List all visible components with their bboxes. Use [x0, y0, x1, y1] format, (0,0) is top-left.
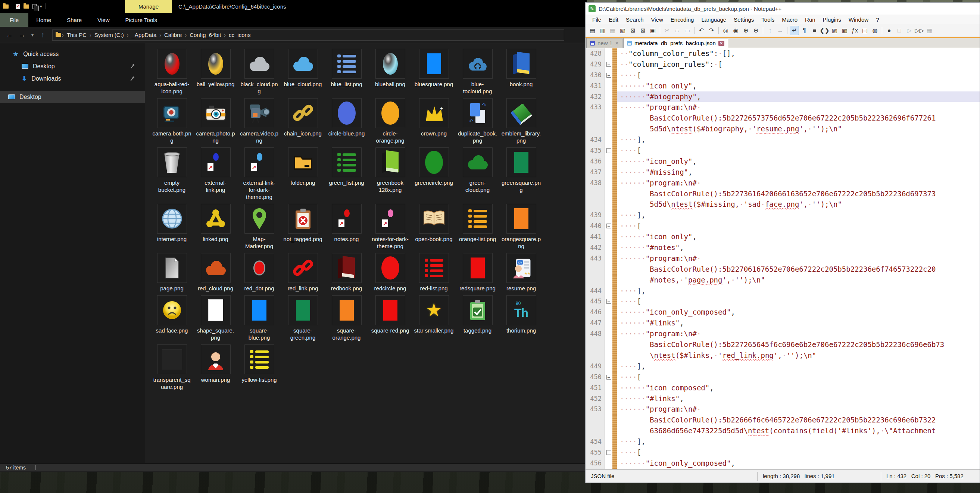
- code-text[interactable]: ······"icon_only",: [617, 231, 980, 242]
- save-icon[interactable]: ▦: [608, 26, 617, 35]
- file-tile[interactable]: blue-tocloud.png: [456, 49, 500, 95]
- save-all-icon[interactable]: ▧: [618, 26, 627, 35]
- ribbon-tab-view[interactable]: View: [89, 13, 117, 27]
- fold-marker-icon[interactable]: –: [605, 221, 612, 231]
- file-tile[interactable]: red_cloud.png: [194, 253, 237, 292]
- file-tile[interactable]: camera.video.png: [237, 99, 281, 144]
- print-icon[interactable]: ▣: [648, 26, 657, 35]
- code-text[interactable]: ····[: [617, 70, 980, 81]
- code-text[interactable]: 5d5d\ntest($#missing,·'sad·face.png',·''…: [617, 199, 980, 210]
- file-tile[interactable]: red-list.png: [412, 253, 456, 292]
- document-tab[interactable]: metadata_db_prefs_backup.json✕: [623, 38, 728, 48]
- file-tile[interactable]: redbook.png: [325, 253, 368, 292]
- file-tile[interactable]: sad face.png: [150, 296, 194, 341]
- menu-encoding[interactable]: Encoding: [667, 16, 698, 23]
- code-text[interactable]: ··"column_icon_rules":·[: [617, 59, 980, 70]
- macro-stop-icon[interactable]: □: [894, 26, 904, 35]
- file-tile[interactable]: internet.png: [150, 204, 194, 250]
- code-text[interactable]: ······"icon_only",: [617, 81, 980, 91]
- file-tile[interactable]: square-red.png: [368, 296, 412, 341]
- file-tile[interactable]: yellow-list.png: [237, 345, 281, 390]
- file-tile[interactable]: empty bucket.png: [150, 148, 194, 200]
- macro-save-icon[interactable]: ▦: [925, 26, 934, 35]
- breadcrumb-item[interactable]: _AppData: [129, 32, 160, 38]
- file-tile[interactable]: page.png: [150, 253, 194, 292]
- menu-language[interactable]: Language: [697, 16, 730, 23]
- code-text[interactable]: ····[: [617, 372, 980, 383]
- breadcrumb-item[interactable]: cc_icons: [226, 32, 253, 38]
- code-text[interactable]: BasicColorRule():5b227265645f6c696e6b2e7…: [617, 339, 980, 350]
- file-tile[interactable]: CV★★resume.png: [500, 253, 543, 292]
- file-tile[interactable]: ↗external-link.png: [194, 148, 237, 200]
- macro-run-multiple-icon[interactable]: ▷▷: [915, 26, 924, 35]
- code-text[interactable]: BasicColorRule():5b22706167652e706e67222…: [617, 264, 980, 275]
- document-map-icon[interactable]: ▨: [830, 26, 839, 35]
- menu-plugins[interactable]: Plugins: [819, 16, 845, 23]
- code-text[interactable]: BasicColorRule():5b22726573756d652e706e6…: [617, 113, 980, 124]
- code-text[interactable]: BasicColorRule():5b22666f6c6465722e706e6…: [617, 415, 980, 425]
- file-tile[interactable]: folder.png: [281, 148, 325, 200]
- copy-path-icon[interactable]: [32, 4, 37, 9]
- sidebar-item-desktop-tree[interactable]: Desktop: [0, 91, 145, 103]
- document-tab[interactable]: new 1✕: [586, 38, 622, 48]
- file-tile[interactable]: linked.png: [194, 204, 237, 250]
- close-tab-icon[interactable]: ✕: [718, 41, 724, 46]
- file-tile[interactable]: aqua-ball-red-icon.png: [150, 49, 194, 95]
- code-text[interactable]: 5d5d\ntest($#biography,·'resume.png',·''…: [617, 124, 980, 134]
- file-tile[interactable]: bluesquare.png: [412, 49, 456, 95]
- file-tile[interactable]: greensquare.png: [500, 148, 543, 200]
- menu-window[interactable]: Window: [845, 16, 872, 23]
- up-button[interactable]: ↑: [37, 31, 49, 39]
- menu-edit[interactable]: Edit: [605, 16, 622, 23]
- fold-marker-icon[interactable]: –: [605, 372, 612, 383]
- breadcrumb[interactable]: ›This PC›System (C:)›_AppData›Calibre›Co…: [52, 30, 564, 41]
- file-tile[interactable]: circle-orange.png: [368, 99, 412, 144]
- file-tile[interactable]: square-blue.png: [237, 296, 281, 341]
- file-tile[interactable]: camera.photo.png: [194, 99, 237, 144]
- recent-locations-icon[interactable]: ▾: [29, 32, 36, 38]
- sync-vertical-scroll-icon[interactable]: ↕: [765, 26, 775, 35]
- code-text[interactable]: ····[: [617, 221, 980, 231]
- document-switcher-icon[interactable]: ▩: [840, 26, 850, 35]
- file-tile[interactable]: 90Ththorium.png: [500, 296, 543, 341]
- breadcrumb-item[interactable]: This PC: [64, 32, 89, 38]
- file-tile[interactable]: ↷↶duplicate_book.png: [456, 99, 500, 144]
- fold-marker-icon[interactable]: –: [605, 145, 612, 156]
- file-tile[interactable]: red_link.png: [281, 253, 325, 292]
- paste-icon[interactable]: ▭: [682, 26, 692, 35]
- code-text[interactable]: ······"icon_only_composed",: [617, 458, 980, 469]
- file-tile[interactable]: red_dot.png: [237, 253, 281, 292]
- code-text[interactable]: BasicColorRule():5b2273616420666163652e7…: [617, 188, 980, 199]
- function-list-icon[interactable]: ƒx: [850, 26, 859, 35]
- file-tile[interactable]: open-book.png: [412, 204, 456, 250]
- file-tile[interactable]: redsquare.png: [456, 253, 500, 292]
- code-text[interactable]: ······"#biography",: [617, 91, 980, 102]
- code-text[interactable]: ······"program:\n#·: [617, 253, 980, 264]
- indent-guide-icon[interactable]: ≡: [810, 26, 819, 35]
- ribbon-tab-file[interactable]: File: [0, 13, 29, 27]
- close-tab-icon[interactable]: ✕: [615, 41, 619, 46]
- file-tile[interactable]: ↗external-link-for-dark-theme.png: [237, 148, 281, 200]
- sync-horizontal-scroll-icon[interactable]: ↔: [775, 26, 785, 35]
- file-tile[interactable]: Map-Marker.png: [237, 204, 281, 250]
- breadcrumb-item[interactable]: System (C:): [91, 32, 127, 38]
- file-tile[interactable]: chain_icon.png: [281, 99, 325, 144]
- zoom-in-icon[interactable]: ⊕: [741, 26, 751, 35]
- file-tile[interactable]: square-orange.png: [325, 296, 368, 341]
- code-text[interactable]: ····],: [617, 134, 980, 145]
- file-tile[interactable]: black_cloud.png: [237, 49, 281, 95]
- properties-icon[interactable]: ✓: [16, 4, 20, 9]
- menu-file[interactable]: File: [589, 16, 605, 23]
- code-text[interactable]: ······"program:\n#·: [617, 178, 980, 188]
- forward-button[interactable]: →: [16, 31, 28, 39]
- monitoring-icon[interactable]: ▢: [860, 26, 870, 35]
- file-tile[interactable]: woman.png: [194, 345, 237, 390]
- show-all-characters-icon[interactable]: ¶: [800, 26, 809, 35]
- menu-settings[interactable]: Settings: [730, 16, 757, 23]
- menu-macro[interactable]: Macro: [778, 16, 801, 23]
- code-text[interactable]: #notes,·'page.png',·'');\n": [617, 275, 980, 286]
- sidebar-item-quick-access[interactable]: ★ Quick access: [0, 48, 145, 60]
- code-text[interactable]: ······"#links",: [617, 393, 980, 404]
- code-text[interactable]: ······"program:\n#·: [617, 404, 980, 415]
- new-folder-icon[interactable]: [24, 5, 29, 9]
